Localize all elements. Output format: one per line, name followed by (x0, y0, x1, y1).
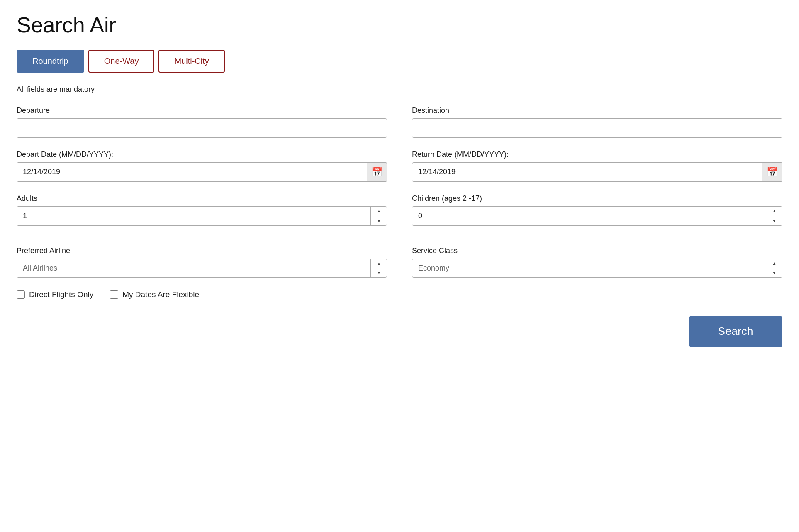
flexible-dates-checkbox[interactable] (110, 290, 118, 299)
checkboxes-row: Direct Flights Only My Dates Are Flexibl… (17, 290, 782, 299)
flexible-dates-checkbox-label[interactable]: My Dates Are Flexible (110, 290, 199, 299)
trip-type-selector: Roundtrip One-Way Multi-City (17, 50, 782, 73)
return-date-label: Return Date (MM/DD/YYYY): (412, 150, 782, 159)
direct-flights-label: Direct Flights Only (29, 290, 93, 299)
children-spinner-arrows: ▲ ▼ (766, 206, 782, 226)
search-button-row: Search (17, 316, 782, 347)
preferred-airline-label: Preferred Airline (17, 246, 387, 255)
page-title: Search Air (17, 12, 782, 37)
search-button[interactable]: Search (689, 316, 782, 347)
adults-label: Adults (17, 194, 387, 203)
adults-spinner-wrapper: ▲ ▼ (17, 206, 387, 226)
form-grid: Departure Destination Depart Date (MM/DD… (17, 106, 782, 226)
service-class-wrapper: Economy Business First Class ▲ ▼ (412, 259, 782, 278)
destination-input[interactable] (412, 118, 782, 138)
multi-city-button[interactable]: Multi-City (158, 50, 224, 73)
depart-date-label: Depart Date (MM/DD/YYYY): (17, 150, 387, 159)
children-spinner-wrapper: ▲ ▼ (412, 206, 782, 226)
service-class-select[interactable]: Economy Business First Class (412, 259, 782, 278)
children-decrement[interactable]: ▼ (766, 216, 782, 226)
return-date-group: Return Date (MM/DD/YYYY): 📅 (412, 150, 782, 182)
children-label: Children (ages 2 -17) (412, 194, 782, 203)
flexible-dates-label: My Dates Are Flexible (122, 290, 199, 299)
departure-input[interactable] (17, 118, 387, 138)
adults-increment[interactable]: ▲ (371, 206, 387, 216)
children-input[interactable] (412, 206, 782, 226)
return-date-input[interactable] (412, 162, 782, 182)
destination-group: Destination (412, 106, 782, 138)
adults-decrement[interactable]: ▼ (371, 216, 387, 226)
depart-date-input[interactable] (17, 162, 387, 182)
adults-input[interactable] (17, 206, 387, 226)
departure-label: Departure (17, 106, 387, 115)
return-date-wrapper: 📅 (412, 162, 782, 182)
mandatory-text: All fields are mandatory (17, 85, 782, 94)
adults-group: Adults ▲ ▼ (17, 194, 387, 226)
second-form-grid: Preferred Airline All Airlines United Ai… (17, 246, 782, 278)
children-group: Children (ages 2 -17) ▲ ▼ (412, 194, 782, 226)
one-way-button[interactable]: One-Way (88, 50, 155, 73)
preferred-airline-select[interactable]: All Airlines United Airlines Delta Ameri… (17, 259, 387, 278)
departure-group: Departure (17, 106, 387, 138)
depart-calendar-icon[interactable]: 📅 (367, 162, 387, 182)
depart-date-wrapper: 📅 (17, 162, 387, 182)
direct-flights-checkbox-label[interactable]: Direct Flights Only (17, 290, 93, 299)
return-calendar-icon[interactable]: 📅 (762, 162, 782, 182)
direct-flights-checkbox[interactable] (17, 290, 25, 299)
service-class-label: Service Class (412, 246, 782, 255)
destination-label: Destination (412, 106, 782, 115)
adults-spinner-arrows: ▲ ▼ (370, 206, 387, 226)
service-class-group: Service Class Economy Business First Cla… (412, 246, 782, 278)
children-increment[interactable]: ▲ (766, 206, 782, 216)
preferred-airline-wrapper: All Airlines United Airlines Delta Ameri… (17, 259, 387, 278)
roundtrip-button[interactable]: Roundtrip (17, 50, 84, 73)
depart-date-group: Depart Date (MM/DD/YYYY): 📅 (17, 150, 387, 182)
preferred-airline-group: Preferred Airline All Airlines United Ai… (17, 246, 387, 278)
